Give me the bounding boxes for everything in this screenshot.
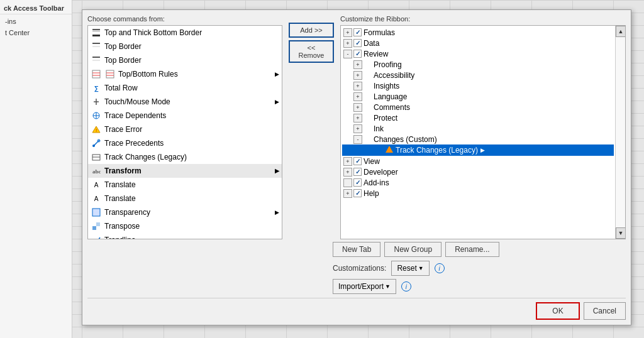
tree-expander-view[interactable]: + — [343, 157, 352, 166]
scroll-up-btn[interactable]: ▲ — [616, 26, 626, 37]
import-export-button[interactable]: Import/Export ▼ — [333, 279, 396, 294]
tree-expander-accessibility[interactable]: + — [353, 71, 362, 80]
dialog-body: Choose commands from: Top and Thick Bott… — [82, 10, 631, 325]
tree-checkbox-data[interactable] — [353, 39, 362, 47]
command-item-trace-precedents[interactable]: Trace Precedents — [88, 136, 282, 150]
command-item-trendline[interactable]: Trendline — [88, 233, 282, 239]
command-item-transpose[interactable]: Transpose — [88, 219, 282, 233]
tree-expander-data[interactable]: + — [343, 39, 352, 48]
tree-item-comments[interactable]: +Comments — [342, 102, 614, 112]
tree-item-developer[interactable]: +Developer — [342, 166, 614, 177]
tree-item-proofing[interactable]: +Proofing — [342, 59, 614, 70]
command-item-top-border1[interactable]: Top Border — [88, 40, 282, 53]
tree-item-accessibility[interactable]: +Accessibility — [342, 70, 614, 80]
tree-checkbox-help[interactable] — [353, 189, 362, 197]
tree-expander-comments[interactable]: + — [353, 103, 362, 112]
tree-expander-add-ins[interactable] — [343, 178, 352, 187]
tree-checkbox-view[interactable] — [353, 157, 362, 165]
remove-button[interactable]: << Remove — [289, 40, 334, 63]
command-icon-transparency — [91, 207, 102, 218]
tree-item-formulas[interactable]: +Formulas — [342, 27, 614, 38]
command-icon-transform: abc — [91, 165, 102, 177]
reset-dropdown-arrow: ▼ — [418, 265, 424, 271]
command-icon-top-border1 — [91, 41, 102, 52]
command-item-top-border2[interactable]: Top Border — [88, 53, 282, 67]
right-panel: Customize the Ribbon: +Formulas+Data-Rev… — [340, 15, 626, 239]
command-item-top-bottom-rules[interactable]: Top/Bottom Rules▶ — [88, 67, 282, 81]
tree-item-track-changes-legacy-tree[interactable]: Track Changes (Legacy)▶ — [342, 144, 614, 156]
tree-item-insights[interactable]: +Insights — [342, 80, 614, 91]
command-icon-trace-dependents — [91, 110, 102, 121]
tree-expander-language[interactable]: + — [353, 92, 362, 101]
command-icon-total-row: ∑ — [91, 82, 102, 94]
tree-expander-developer[interactable]: + — [343, 168, 352, 177]
tree-expander-changes-custom[interactable]: - — [353, 135, 362, 144]
command-icon-trace-precedents — [91, 138, 102, 149]
new-tab-button[interactable]: New Tab — [333, 242, 380, 257]
command-icon-top-bottom-rules — [91, 68, 102, 80]
tree-item-language[interactable]: +Language — [342, 91, 614, 102]
command-item-transform[interactable]: abcTransform▶ — [88, 164, 282, 178]
tree-checkbox-formulas[interactable] — [353, 28, 362, 36]
ribbon-tree-container[interactable]: +Formulas+Data-Review+Proofing+Accessibi… — [340, 25, 626, 239]
add-button[interactable]: Add >> — [289, 23, 334, 38]
command-item-total-row[interactable]: ∑Total Row — [88, 81, 282, 95]
scroll-down-btn[interactable]: ▼ — [616, 227, 626, 239]
tree-item-add-ins[interactable]: Add-ins — [342, 177, 614, 188]
command-item-trace-dependents[interactable]: Trace Dependents — [88, 109, 282, 123]
svg-rect-26 — [96, 222, 100, 226]
command-label-top-thick-bottom: Top and Thick Bottom Border — [104, 28, 202, 37]
new-group-button[interactable]: New Group — [384, 242, 441, 257]
command-item-trace-changes-legacy[interactable]: Track Changes (Legacy) — [88, 150, 282, 164]
submenu-indicator-top-bottom-rules: ▶ — [275, 71, 279, 77]
command-item-trace-error[interactable]: !Trace Error — [88, 123, 282, 136]
tree-label-track-changes-legacy-tree: Track Changes (Legacy) — [396, 146, 478, 155]
footer-row-3: Import/Export ▼ i — [87, 279, 626, 294]
tree-checkbox-add-ins[interactable] — [353, 178, 362, 187]
reset-button[interactable]: Reset ▼ — [391, 261, 429, 276]
command-label-total-row: Total Row — [104, 84, 138, 92]
tree-label-protect: Protect — [374, 114, 397, 123]
command-label-touch-mouse: Touch/Mouse Mode — [104, 97, 170, 106]
tree-expander-insights[interactable]: + — [353, 82, 362, 90]
command-label-translate2: Translate — [104, 194, 136, 203]
tree-item-view[interactable]: +View — [342, 156, 614, 166]
command-label-top-border1: Top Border — [104, 42, 142, 51]
tree-checkbox-developer[interactable] — [353, 168, 362, 176]
tree-expander-proofing[interactable]: + — [353, 60, 362, 69]
commands-list: Top and Thick Bottom BorderTop BorderTop… — [88, 26, 282, 239]
command-item-touch-mouse[interactable]: Touch/Mouse Mode▶ — [88, 95, 282, 109]
tree-item-protect[interactable]: +Protect — [342, 112, 614, 123]
tree-checkbox-review[interactable] — [353, 50, 362, 58]
tree-item-changes-custom[interactable]: -Changes (Custom) — [342, 134, 614, 144]
import-export-info-icon[interactable]: i — [401, 281, 411, 292]
tree-expander-help[interactable]: + — [343, 189, 352, 198]
reset-info-icon[interactable]: i — [435, 263, 445, 273]
tree-label-insights: Insights — [374, 82, 399, 90]
command-item-transparency[interactable]: Transparency▶ — [88, 205, 282, 219]
tree-item-data[interactable]: +Data — [342, 38, 614, 48]
tree-item-review[interactable]: -Review — [342, 48, 614, 59]
tree-expander-protect[interactable]: + — [353, 114, 362, 123]
command-item-translate1[interactable]: ATranslate — [88, 178, 282, 192]
commands-list-container[interactable]: Top and Thick Bottom BorderTop BorderTop… — [87, 25, 282, 239]
sidebar-item-addins[interactable]: -ins — [0, 16, 72, 27]
footer-row-2: Customizations: Reset ▼ i — [87, 261, 626, 276]
ok-button[interactable]: OK — [536, 302, 579, 320]
tree-item-help[interactable]: +Help — [342, 188, 614, 199]
command-label-trace-error: Trace Error — [104, 125, 142, 134]
reset-label: Reset — [397, 264, 416, 273]
left-panel: Choose commands from: Top and Thick Bott… — [87, 15, 282, 239]
tree-expander-ink[interactable]: + — [353, 124, 362, 133]
tree-item-ink[interactable]: +Ink — [342, 123, 614, 134]
command-item-top-thick-bottom[interactable]: Top and Thick Bottom Border — [88, 26, 282, 40]
cancel-button[interactable]: Cancel — [584, 302, 626, 320]
rename-button[interactable]: Rename... — [445, 242, 499, 257]
sidebar-item-center[interactable]: t Center — [0, 27, 72, 38]
sidebar-title: ck Access Toolbar — [0, 3, 72, 14]
excel-options-dialog: Choose commands from: Top and Thick Bott… — [82, 9, 631, 325]
tree-expander-review[interactable]: - — [343, 50, 352, 58]
command-item-translate2[interactable]: ATranslate — [88, 192, 282, 205]
tree-expander-formulas[interactable]: + — [343, 28, 352, 37]
footer-row-1: New Tab New Group Rename... — [87, 242, 626, 257]
